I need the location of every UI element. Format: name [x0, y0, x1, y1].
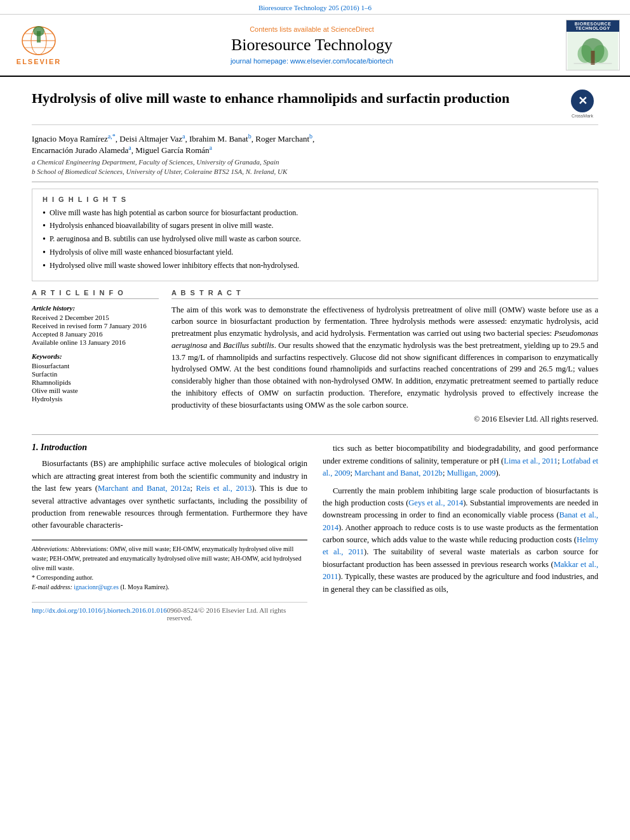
highlight-item-4: • Hydrolysis of olive mill waste enhance…	[43, 248, 587, 258]
highlight-item-3: • P. aeruginosa and B. subtilis can use …	[43, 234, 587, 245]
abstract-label: A B S T R A C T	[171, 289, 598, 299]
sciencedirect-line: Contents lists available at ScienceDirec…	[67, 25, 556, 33]
journal-homepage: journal homepage: www.elsevier.com/locat…	[67, 57, 556, 65]
journal-header: ELSEVIER Contents lists available at Sci…	[0, 15, 630, 77]
affiliation-b: b School of Biomedical Sciences, Univers…	[32, 168, 598, 175]
date-accepted: Accepted 8 January 2016	[32, 330, 159, 338]
highlight-text-2: Hydrolysis enhanced bioavailability of s…	[50, 221, 274, 230]
keyword-5: Hydrolysis	[32, 395, 159, 403]
sciencedirect-link[interactable]: ScienceDirect	[331, 25, 374, 33]
elsevier-globe-icon	[20, 25, 58, 57]
keyword-3: Rhamnolipids	[32, 378, 159, 386]
intro-left: 1. Introduction Biosurfactants (BS) are …	[32, 443, 307, 625]
journal-citation: Bioresource Technology 205 (2016) 1–6	[0, 0, 630, 15]
highlights-section: H I G H L I G H T S • Olive mill waste h…	[32, 189, 598, 281]
elsevier-logo: ELSEVIER	[10, 25, 67, 65]
main-content: 1. Introduction Biosurfactants (BS) are …	[32, 434, 598, 625]
issn-text: 0960-8524/© 2016 Elsevier Ltd. All right…	[167, 606, 307, 622]
svg-point-10	[593, 45, 608, 63]
crossmark-icon: ✕	[571, 90, 594, 112]
author-moya-sup: a,*	[108, 133, 116, 140]
highlight-item-5: • Hydrolysed olive mill waste showed low…	[43, 261, 587, 272]
author-line-2: Encarnación Jurado Alamedaa, Miguel Garc…	[32, 144, 598, 156]
ref-marchant-2012a[interactable]: Marchant and Banat, 2012a	[98, 484, 190, 493]
bullet-5: •	[43, 261, 46, 272]
author-line-1: Ignacio Moya Ramíreza,*, Deisi Altmajer …	[32, 133, 598, 144]
author-jurado: Encarnación Jurado Alameda	[32, 146, 128, 156]
elsevier-wordmark: ELSEVIER	[17, 58, 61, 65]
svg-point-9	[578, 45, 593, 63]
intro-heading: 1. Introduction	[32, 443, 307, 453]
highlight-text-3: P. aeruginosa and B. subtilis can use hy…	[50, 234, 301, 244]
intro-body-right: tics such as better biocompatibility and…	[323, 443, 598, 596]
highlight-item-2: • Hydrolysis enhanced bioavailability of…	[43, 221, 587, 232]
journal-citation-text: Bioresource Technology 205 (2016) 1–6	[258, 4, 372, 11]
article-history-title: Article history:	[32, 304, 159, 312]
date-online: Available online 13 January 2016	[32, 338, 159, 346]
abbr-text: Abbreviations: OMW, olive mill waste; EH…	[32, 545, 301, 571]
divider-1	[32, 182, 598, 182]
highlight-text-1: Olive mill waste has high potential as c…	[50, 208, 298, 218]
highlights-title: H I G H L I G H T S	[43, 196, 587, 203]
article-info-label: A R T I C L E I N F O	[32, 289, 159, 299]
abstract-text: The aim of this work was to demonstrate …	[171, 304, 598, 411]
keyword-1: Biosurfactant	[32, 362, 159, 370]
crossmark-widget[interactable]: ✕ CrossMark	[566, 90, 598, 118]
author-sep2: , Ibrahim M. Banat	[185, 134, 248, 143]
intro-two-col: 1. Introduction Biosurfactants (BS) are …	[32, 443, 598, 625]
date-revised: Received in revised form 7 January 2016	[32, 322, 159, 330]
keyword-2: Surfactin	[32, 370, 159, 378]
keywords-title: Keywords:	[32, 352, 159, 360]
author-sep3-comma: ,	[312, 134, 314, 143]
abbr-label: Abbreviations:	[32, 545, 69, 552]
ref-mulligan-2009[interactable]: Mulligan, 2009	[446, 469, 495, 477]
ref-banat-2014[interactable]: Banat et al., 2014	[323, 510, 598, 531]
journal-homepage-link[interactable]: www.elsevier.com/locate/biortech	[290, 57, 393, 65]
industry-word: industry	[272, 472, 298, 481]
intro-body-left: Biosurfactants (BS) are amphiphilic surf…	[32, 458, 307, 531]
crossmark-label: CrossMark	[572, 114, 593, 118]
keyword-4: Olive mill waste	[32, 387, 159, 394]
ref-helmy-2011[interactable]: Helmy et al., 2011	[323, 535, 598, 556]
svg-rect-11	[591, 51, 595, 65]
journal-center: Contents lists available at ScienceDirec…	[67, 25, 556, 65]
ref-reis-2013[interactable]: Reis et al., 2013	[196, 484, 251, 493]
bio-logo-header-text: BIORESOURCE TECHNOLOGY	[566, 20, 619, 32]
author-email-link[interactable]: ignacionr@ugr.es	[74, 583, 119, 590]
ref-marchant-2012b[interactable]: Marchant and Banat, 2012b	[354, 469, 443, 477]
intro-right: tics such as better biocompatibility and…	[323, 443, 598, 625]
author-sep4: , Miguel García Román	[131, 146, 210, 156]
article-info-abstract: A R T I C L E I N F O Article history: R…	[32, 289, 598, 425]
paper-title-section: Hydrolysis of olive mill waste to enhanc…	[32, 77, 598, 125]
journal-title: Bioresource Technology	[67, 36, 556, 55]
bullet-2: •	[43, 221, 46, 232]
footnote-abbreviations: Abbreviations: Abbreviations: OMW, olive…	[32, 544, 307, 573]
article-history: Article history: Received 2 December 201…	[32, 304, 159, 346]
affiliation-a: a Chemical Engineering Department, Facul…	[32, 158, 598, 166]
author-moya: Ignacio Moya Ramírez	[32, 134, 108, 143]
footnote-email: E-mail address: ignacionr@ugr.es (I. Moy…	[32, 582, 307, 592]
bioresource-logo: BIORESOURCE TECHNOLOGY	[556, 20, 620, 70]
paper-title: Hydrolysis of olive mill waste to enhanc…	[32, 90, 509, 108]
article-info-col: A R T I C L E I N F O Article history: R…	[32, 289, 159, 425]
highlight-text-4: Hydrolysis of olive mill waste enhanced …	[50, 248, 233, 257]
date-received: Received 2 December 2015	[32, 314, 159, 321]
ref-lima-2011[interactable]: Lima et al., 2011	[504, 457, 558, 465]
highlight-item-1: • Olive mill waste has high potential as…	[43, 208, 587, 219]
ref-geys-2014[interactable]: Geys et al., 2014	[408, 498, 463, 507]
authors-section: Ignacio Moya Ramíreza,*, Deisi Altmajer …	[32, 133, 598, 175]
abstract-copyright: © 2016 Elsevier Ltd. All rights reserved…	[171, 415, 598, 424]
bio-logo-image	[566, 32, 619, 70]
highlight-text-5: Hydrolysed olive mill waste showed lower…	[50, 261, 299, 270]
author-garcia-sup: a	[210, 144, 212, 151]
bullet-4: •	[43, 248, 46, 258]
author-sep3: , Roger Marchant	[251, 134, 309, 143]
footnote-area: Abbreviations: Abbreviations: OMW, olive…	[32, 540, 307, 592]
ref-makkar-2011[interactable]: Makkar et al., 2011	[323, 560, 598, 581]
abstract-col: A B S T R A C T The aim of this work was…	[171, 289, 598, 425]
keywords-section: Keywords: Biosurfactant Surfactin Rhamno…	[32, 352, 159, 403]
bullet-1: •	[43, 208, 46, 219]
doi-link[interactable]: http://dx.doi.org/10.1016/j.biortech.201…	[32, 606, 167, 622]
bullet-3: •	[43, 234, 46, 245]
bottom-bar: http://dx.doi.org/10.1016/j.biortech.201…	[32, 602, 307, 625]
